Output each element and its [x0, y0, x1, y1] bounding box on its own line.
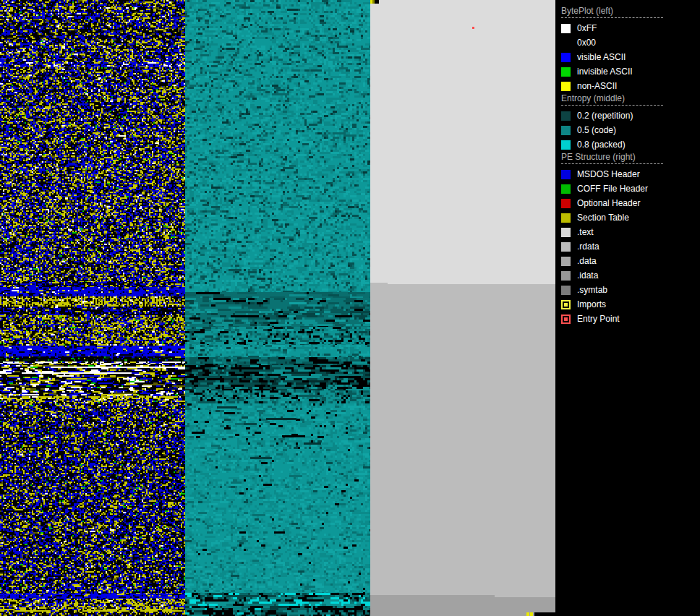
color-swatch-icon: [561, 315, 571, 324]
legend-item: 0.5 (code): [561, 123, 700, 137]
legend-item-label: .symtab: [577, 285, 607, 295]
legend-item-label: invisible ASCII: [577, 67, 633, 77]
legend-item: MSDOS Header: [561, 167, 700, 181]
legend-item-label: visible ASCII: [577, 52, 626, 62]
legend-section-header: PE Structure (right): [561, 152, 663, 164]
legend-section-header: Entropy (middle): [561, 93, 663, 106]
legend-item-label: COFF File Header: [577, 184, 648, 194]
legend-item-label: 0.5 (code): [577, 125, 616, 135]
legend-item-label: 0x00: [577, 38, 596, 48]
legend-item-label: Section Table: [577, 213, 629, 223]
legend-item: Imports: [561, 297, 700, 312]
color-swatch-icon: [561, 257, 571, 266]
legend-item: visible ASCII: [561, 50, 700, 64]
color-swatch-icon: [561, 24, 571, 33]
color-swatch-icon: [561, 242, 571, 252]
legend-item: .rdata: [561, 239, 700, 254]
legend-item: .text: [561, 225, 700, 239]
color-swatch-icon: [561, 126, 571, 135]
legend-section-header: BytePlot (left): [561, 6, 663, 18]
color-swatch-icon: [561, 213, 571, 223]
color-swatch-icon: [561, 67, 571, 77]
color-swatch-icon: [561, 199, 571, 208]
legend-item: 0.8 (packed): [561, 137, 700, 152]
legend-item-label: MSDOS Header: [577, 169, 640, 179]
color-swatch-center: [564, 303, 568, 307]
pe-structure-panel: [370, 0, 555, 616]
legend-item: Entry Point: [561, 312, 700, 326]
legend-item-label: .data: [577, 256, 597, 266]
color-swatch-icon: [561, 184, 571, 194]
color-swatch-icon: [561, 170, 571, 179]
color-swatch-icon: [561, 53, 571, 62]
legend-item: COFF File Header: [561, 181, 700, 196]
legend: BytePlot (left) 0xFF 0x00 visible ASCII …: [555, 0, 700, 616]
legend-item: .data: [561, 254, 700, 268]
color-swatch-icon: [561, 140, 571, 150]
legend-item-label: 0.2 (repetition): [577, 111, 633, 121]
legend-item-label: .rdata: [577, 241, 599, 252]
legend-item: Optional Header: [561, 196, 700, 210]
legend-item-label: 0.8 (packed): [577, 140, 626, 150]
legend-item: Section Table: [561, 210, 700, 225]
entropy-panel: [185, 0, 370, 616]
legend-item-label: .text: [577, 227, 594, 237]
color-swatch-icon: [561, 111, 571, 121]
color-swatch-icon: [561, 228, 571, 237]
legend-item: 0.2 (repetition): [561, 108, 700, 123]
legend-item-label: Imports: [577, 299, 606, 309]
color-swatch-icon: [561, 82, 571, 91]
legend-item-label: .idata: [577, 270, 598, 281]
color-swatch-icon: [561, 300, 571, 309]
legend-item-label: Optional Header: [577, 198, 640, 208]
binary-visualizer-window: { "app": { "background": "#000000" }, "p…: [0, 0, 700, 616]
byteplot-panel: [0, 0, 185, 616]
legend-item: invisible ASCII: [561, 64, 700, 79]
legend-item: non-ASCII: [561, 79, 700, 93]
color-swatch-icon: [561, 38, 571, 48]
color-swatch-icon: [561, 271, 571, 281]
legend-item-label: non-ASCII: [577, 81, 617, 91]
legend-item-label: 0xFF: [577, 23, 597, 33]
legend-item: .symtab: [561, 283, 700, 297]
legend-item: 0xFF: [561, 21, 700, 35]
legend-item: 0x00: [561, 35, 700, 50]
color-swatch-icon: [561, 286, 571, 295]
color-swatch-center: [564, 317, 568, 321]
legend-item-label: Entry Point: [577, 314, 620, 324]
legend-item: .idata: [561, 268, 700, 283]
